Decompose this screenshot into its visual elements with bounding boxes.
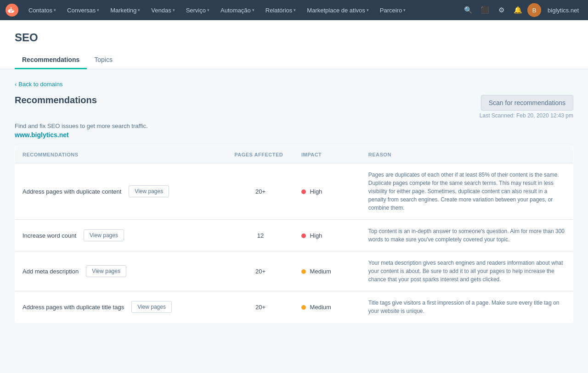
notifications-icon[interactable]: 🔔 — [511, 3, 525, 17]
nav-servico[interactable]: Serviço ▾ — [181, 5, 214, 16]
svg-text:B: B — [532, 7, 537, 14]
page-wrap: SEO Recommendations Topics ‹ Back to dom… — [0, 20, 588, 373]
chevron-down-icon: ▾ — [403, 8, 406, 12]
recommendations-title: Recommendations — [15, 95, 97, 106]
tabs: Recommendations Topics — [15, 51, 573, 69]
recommendations-title-block: Recommendations — [15, 95, 97, 106]
cell-reason-1: Top content is an in-depth answer to som… — [361, 220, 573, 251]
impact-dot-0 — [301, 189, 306, 194]
cell-reason-0: Pages are duplicates of each other if at… — [361, 163, 573, 220]
chevron-down-icon: ▾ — [173, 8, 175, 12]
recommendations-table: RECOMMENDATIONS PAGES AFFECTED IMPACT RE… — [15, 146, 573, 323]
search-icon[interactable]: 🔍 — [461, 3, 475, 17]
cell-reason-2: Your meta description gives search engin… — [361, 251, 573, 291]
view-pages-button-0[interactable]: View pages — [129, 185, 169, 197]
nav-automacao[interactable]: Automação ▾ — [216, 5, 259, 16]
topnav-right: 🔍 ⬛ ⚙ 🔔 B biglytics.net — [461, 3, 582, 17]
nav-conversas[interactable]: Conversas ▾ — [62, 5, 104, 16]
table-row: Address pages with duplicate content Vie… — [15, 163, 573, 220]
scan-block: Scan for recommendations Last Scanned: F… — [480, 95, 573, 119]
nav-marketplace[interactable]: Marketplace de ativos ▾ — [302, 5, 373, 16]
chevron-down-icon: ▾ — [252, 8, 254, 12]
cell-rec-name-1: Increase word count View pages — [15, 220, 227, 251]
recommendations-header-row: Recommendations Scan for recommendations… — [15, 95, 573, 119]
domain-link[interactable]: www.biglytics.net — [15, 131, 573, 139]
chevron-down-icon: ▾ — [97, 8, 99, 12]
impact-label-1: High — [310, 232, 322, 239]
chevron-left-icon: ‹ — [15, 81, 17, 88]
impact-label-3: Medium — [310, 304, 331, 311]
recommendations-description: Find and fix SEO issues to get more sear… — [15, 122, 573, 129]
col-header-pages-affected: PAGES AFFECTED — [227, 146, 294, 163]
impact-dot-1 — [301, 234, 306, 238]
tab-recommendations[interactable]: Recommendations — [15, 51, 87, 69]
content-area: ‹ Back to domains Recommendations Scan f… — [0, 69, 588, 373]
table-row: Address pages with duplicate title tags … — [15, 291, 573, 323]
nav-marketing[interactable]: Marketing ▾ — [106, 5, 145, 16]
cell-rec-name-0: Address pages with duplicate content Vie… — [15, 163, 227, 220]
view-pages-button-1[interactable]: View pages — [84, 229, 124, 241]
cell-impact-3: Medium — [294, 291, 361, 323]
hubspot-logo[interactable] — [6, 4, 18, 17]
col-header-recommendations: RECOMMENDATIONS — [15, 146, 227, 163]
last-scanned-label: Last Scanned: Feb 20, 2020 12:43 pm — [480, 112, 573, 119]
scan-for-recommendations-button[interactable]: Scan for recommendations — [481, 95, 573, 111]
impact-label-0: High — [310, 188, 322, 195]
avatar[interactable]: B — [527, 3, 541, 17]
cell-pages-affected-3: 20+ — [227, 291, 294, 323]
cell-impact-2: Medium — [294, 251, 361, 291]
settings-icon[interactable]: ⚙ — [494, 3, 508, 17]
impact-label-2: Medium — [310, 268, 331, 275]
impact-dot-2 — [301, 269, 306, 274]
view-pages-button-2[interactable]: View pages — [86, 265, 126, 277]
table-row: Increase word count View pages 12 High T… — [15, 220, 573, 251]
nav-relatorios[interactable]: Relatórios ▾ — [261, 5, 301, 16]
page-header: SEO Recommendations Topics — [0, 20, 588, 69]
cell-rec-name-3: Address pages with duplicate title tags … — [15, 291, 227, 323]
chevron-down-icon: ▾ — [367, 8, 369, 12]
chevron-down-icon: ▾ — [294, 8, 296, 12]
account-name[interactable]: biglytics.net — [544, 5, 582, 16]
nav-vendas[interactable]: Vendas ▾ — [147, 5, 179, 16]
cell-pages-affected-1: 12 — [227, 220, 294, 251]
table-header-row: RECOMMENDATIONS PAGES AFFECTED IMPACT RE… — [15, 146, 573, 163]
cell-pages-affected-2: 20+ — [227, 251, 294, 291]
nav-parceiro[interactable]: Parceiro ▾ — [375, 5, 410, 16]
cell-rec-name-2: Add meta description View pages — [15, 251, 227, 291]
view-pages-button-3[interactable]: View pages — [131, 301, 172, 313]
apps-icon[interactable]: ⬛ — [478, 3, 492, 17]
page-title: SEO — [15, 31, 573, 44]
col-header-impact: IMPACT — [294, 146, 361, 163]
cell-impact-1: High — [294, 220, 361, 251]
nav-contatos[interactable]: Contatos ▾ — [24, 5, 61, 16]
chevron-down-icon: ▾ — [207, 8, 209, 12]
cell-pages-affected-0: 20+ — [227, 163, 294, 220]
chevron-down-icon: ▾ — [54, 8, 56, 12]
tab-topics[interactable]: Topics — [87, 51, 120, 69]
back-to-domains-link[interactable]: ‹ Back to domains — [15, 81, 62, 88]
col-header-reason: REASON — [361, 146, 573, 163]
chevron-down-icon: ▾ — [138, 8, 140, 12]
cell-impact-0: High — [294, 163, 361, 220]
topnav: Contatos ▾ Conversas ▾ Marketing ▾ Venda… — [0, 0, 588, 20]
impact-dot-3 — [301, 305, 306, 310]
cell-reason-3: Title tags give visitors a first impress… — [361, 291, 573, 323]
table-row: Add meta description View pages 20+ Medi… — [15, 251, 573, 291]
